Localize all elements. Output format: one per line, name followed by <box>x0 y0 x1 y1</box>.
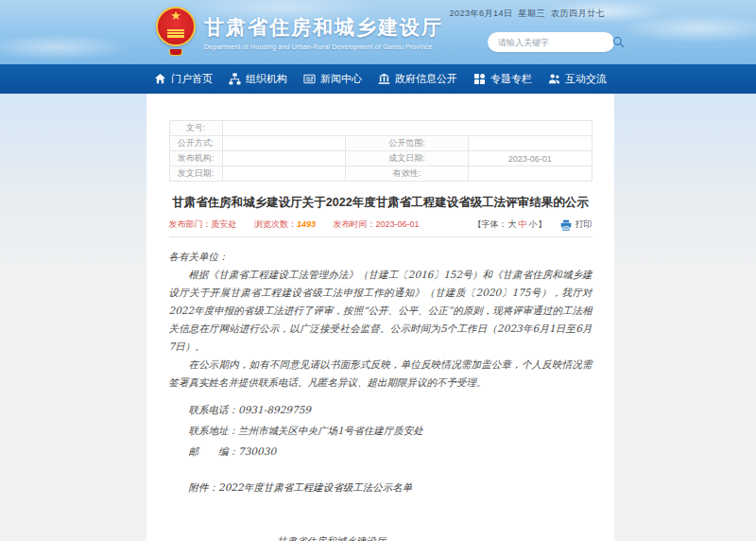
news-icon <box>303 73 316 85</box>
print-label: 打印 <box>576 218 593 231</box>
main-nav: 门户首页 组织机构 新闻中心 政府信息公开 专题专栏 互动交流 <box>0 64 756 94</box>
people-chat-icon <box>548 73 560 85</box>
emblem-circle: ★ <box>156 7 196 46</box>
gate-icon <box>167 29 184 38</box>
lunar-date-text: 农历四月廿七 <box>551 9 605 18</box>
search-icon[interactable] <box>612 36 625 48</box>
site-title: 甘肃省住房和城乡建设厅 <box>204 14 443 41</box>
date-line: 2023年6月14日星期三农历四月廿七 <box>443 8 605 20</box>
article-meta-left: 发布部门：质安处 浏览次数：1493 发布时间：2023-06-01 <box>169 218 435 231</box>
contact-address: 联系地址：兰州市城关区中央广场1号省住建厅质安处 <box>169 422 593 440</box>
nav-item-home[interactable]: 门户首页 <box>154 72 213 86</box>
table-row: 公开方式: 公开范围: <box>169 136 592 151</box>
doc-meta-table: 文号: 公开方式: 公开范围: 发布机构: 成文日期: 2023-06-01 发… <box>169 120 593 182</box>
content-background: 文号: 公开方式: 公开范围: 发布机构: 成文日期: 2023-06-01 发… <box>0 94 756 541</box>
nav-item-interaction[interactable]: 互动交流 <box>548 72 607 86</box>
publish-dept: 发布部门：质安处 <box>169 219 237 229</box>
meta-label-validity: 有效性: <box>345 166 468 182</box>
meta-value-written-date: 2023-06-01 <box>469 151 592 166</box>
meta-value-issuing-agency <box>222 151 345 166</box>
table-row: 发布机构: 成文日期: 2023-06-01 <box>169 151 592 166</box>
meta-value-disclosure-method <box>222 136 345 151</box>
table-row: 文号: <box>169 121 592 136</box>
site-subtitle: Department of Housing and Urban-Rural De… <box>204 44 443 50</box>
font-size-large-button[interactable]: 大 <box>508 219 517 229</box>
nav-item-gov-info[interactable]: 政府信息公开 <box>378 72 457 86</box>
search-box[interactable] <box>488 32 614 52</box>
gov-building-icon <box>378 73 390 85</box>
meta-value-doc-number <box>222 121 592 136</box>
postcode: 邮 编：730030 <box>169 443 593 461</box>
nav-item-news[interactable]: 新闻中心 <box>303 72 362 86</box>
salutation: 各有关单位： <box>169 248 593 266</box>
national-emblem-logo: ★ <box>156 7 196 58</box>
font-size-medium-button[interactable]: 中 <box>519 219 527 229</box>
printer-icon <box>560 219 572 231</box>
font-size-small-button[interactable]: 小 <box>529 219 538 229</box>
nav-item-label: 新闻中心 <box>320 72 362 86</box>
paragraph: 在公示期内，如有不同意见请以书面形式反映，单位反映情况需加盖公章，个人反映情况需… <box>169 356 593 392</box>
attachment-link[interactable]: 附件：2022年度甘肃省工程建设省级工法公示名单 <box>169 479 593 497</box>
org-chart-icon <box>229 73 241 85</box>
nav-item-organization[interactable]: 组织机构 <box>229 72 287 86</box>
meta-label-disclosure-scope: 公开范围: <box>345 136 468 151</box>
date-text: 2023年6月14日 <box>449 9 512 18</box>
signature-org: 甘肃省住房和城乡建设厅 <box>169 532 494 541</box>
emblem-ribbon <box>169 49 182 56</box>
weekday-text: 星期三 <box>519 9 546 18</box>
site-banner: ★ 甘肃省住房和城乡建设厅 Department of Housing and … <box>0 0 756 64</box>
article-meta-bar: 发布部门：质安处 浏览次数：1493 发布时间：2023-06-01 【字体：大… <box>169 218 593 237</box>
meta-value-issue-date <box>222 166 345 182</box>
font-size-control: 【字体：大中小】 <box>473 218 547 231</box>
nav-item-label: 专题专栏 <box>490 72 532 86</box>
content-card: 文号: 公开方式: 公开范围: 发布机构: 成文日期: 2023-06-01 发… <box>146 94 614 541</box>
table-row: 发文日期: 有效性: <box>169 166 592 182</box>
nav-item-label: 政府信息公开 <box>395 72 457 86</box>
nav-item-label: 门户首页 <box>171 72 213 86</box>
print-button[interactable]: 打印 <box>560 218 593 231</box>
paragraph: 根据《甘肃省工程建设工法管理办法》（甘建工〔2016〕152号）和《甘肃省住房和… <box>169 266 593 356</box>
meta-value-disclosure-scope <box>469 136 592 151</box>
contact-phone: 联系电话：0931-8929759 <box>169 401 593 419</box>
article-title: 甘肃省住房和城乡建设厅关于2022年度甘肃省工程建设省级工法评审结果的公示 <box>163 195 598 210</box>
meta-value-validity <box>469 166 592 182</box>
signature-block: 甘肃省住房和城乡建设厅 2023年6月1日 <box>169 532 593 541</box>
article-body: 各有关单位： 根据《甘肃省工程建设工法管理办法》（甘建工〔2016〕152号）和… <box>169 248 593 541</box>
search-input[interactable] <box>488 38 612 47</box>
brand-text: 甘肃省住房和城乡建设厅 Department of Housing and Ur… <box>204 14 443 50</box>
nav-item-special-topics[interactable]: 专题专栏 <box>473 72 532 86</box>
publish-time: 发布时间：2023-06-01 <box>334 219 420 229</box>
page: ★ 甘肃省住房和城乡建设厅 Department of Housing and … <box>0 0 756 541</box>
nav-item-label: 组织机构 <box>246 72 287 86</box>
meta-label-written-date: 成文日期: <box>345 151 468 166</box>
site-brand[interactable]: ★ 甘肃省住房和城乡建设厅 Department of Housing and … <box>156 7 443 58</box>
meta-label-issuing-agency: 发布机构: <box>169 151 222 166</box>
nav-item-label: 互动交流 <box>565 72 607 86</box>
view-count: 浏览次数：1493 <box>254 219 316 229</box>
grid-icon <box>473 73 486 85</box>
star-icon: ★ <box>158 9 194 22</box>
meta-label-disclosure-method: 公开方式: <box>169 136 222 151</box>
article-meta-right: 【字体：大中小】 打印 <box>473 218 593 231</box>
home-icon <box>154 73 166 85</box>
meta-label-doc-number: 文号: <box>169 121 222 136</box>
meta-label-issue-date: 发文日期: <box>169 166 222 182</box>
